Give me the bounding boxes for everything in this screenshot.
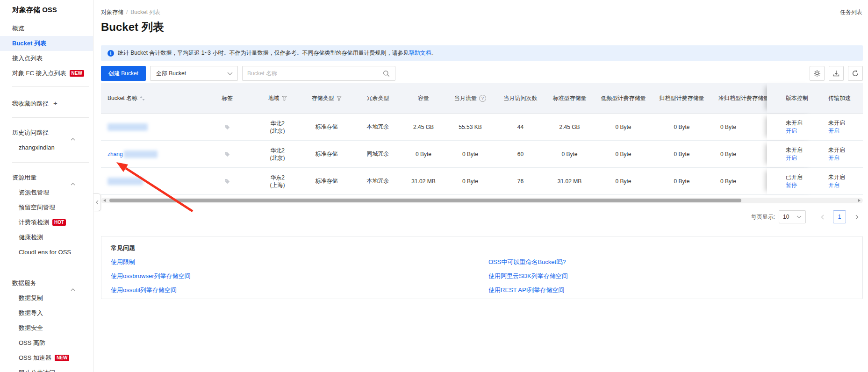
region-city: (北京) [270,127,285,135]
bucket-name-censored[interactable] [108,178,143,185]
sidebar-item-bucket-list[interactable]: Bucket 列表 [0,36,93,51]
sidebar-group-data-services[interactable]: 数据服务 [0,276,93,291]
column-settings-button[interactable] [810,66,825,81]
column-label: Bucket 名称 [108,94,137,102]
task-list-link[interactable]: 任务列表 [840,8,862,16]
prev-page-button[interactable] [816,211,828,223]
scroll-left-arrow-icon[interactable] [103,199,106,202]
bucket-name-censored[interactable] [108,123,148,131]
accel-action-link[interactable]: 开启 [828,127,839,135]
tag-cell [199,141,255,167]
region-name: 华东2 [270,174,285,181]
bucket-filter-select[interactable]: 全部 Bucket [150,66,238,81]
sidebar-item-block-public-access[interactable]: 阻止公共访问 [0,365,93,372]
versioning-action-link[interactable]: 开启 [786,127,797,135]
horizontal-scrollbar[interactable] [101,198,863,203]
sort-icon[interactable] [140,96,145,101]
per-page-label: 每页显示: [751,213,775,221]
cold-archive-storage-cell: 0 Byte [711,141,767,167]
per-page-select[interactable]: 10 [779,210,806,223]
hot-badge: HOT [52,219,66,226]
sidebar-item-history-bucket[interactable]: zhangxindian [0,140,93,155]
bucket-name-censored[interactable] [124,150,158,158]
accel-action-link[interactable]: 开启 [828,154,839,162]
faq-link[interactable]: OSS中可以重命名Bucket吗? [488,258,853,266]
sidebar-item-access-points[interactable]: 接入点列表 [0,51,93,66]
versioning-action-link[interactable]: 暂停 [786,181,797,189]
tag-icon[interactable] [224,178,230,185]
sidebar-group-history-paths[interactable]: 历史访问路径 [0,125,93,140]
refresh-icon [852,70,859,77]
help-icon[interactable]: ? [479,95,486,102]
product-title: 对象存储 OSS [12,6,93,14]
filter-icon[interactable] [282,96,287,101]
download-icon [832,70,840,77]
page-nav: 1 [816,210,863,223]
versioning-status: 未开启 [786,119,803,127]
column-label: 低频型计费存储量 [601,94,646,102]
sidebar-item-oss-antiddos[interactable]: OSS 高防 [0,336,93,351]
tag-icon[interactable] [224,151,230,157]
faq-link[interactable]: 使用ossbrowser列举存储空间 [111,272,488,280]
next-page-button[interactable] [851,211,863,223]
storage-class-cell: 标准存储 [300,168,353,194]
tag-cell [199,114,255,140]
accel-action-link[interactable]: 开启 [828,181,839,189]
sidebar: 对象存储 OSS 概览 Bucket 列表 接入点列表 对象 FC 接入点列表N… [0,0,93,372]
table-row: 华北2 (北京) 标准存储 本地冗余 2.45 GB 55.53 KB 44 2… [101,114,863,141]
bucket-search-input[interactable] [243,70,377,77]
scroll-right-arrow-icon[interactable] [858,199,861,202]
sidebar-item-oss-accelerator[interactable]: OSS 加速器NEW [0,351,93,365]
cold-archive-storage-cell: 0 Byte [711,168,767,194]
page-number[interactable]: 1 [833,210,846,223]
faq-link[interactable]: 使用阿里云SDK列举存储空间 [488,272,853,280]
export-button[interactable] [829,66,844,81]
col-bucket-name: Bucket 名称 [101,83,199,113]
breadcrumb-root[interactable]: 对象存储 [101,9,123,15]
redundancy-cell: 同城冗余 [353,141,402,167]
versioning-action-link[interactable]: 开启 [786,154,797,162]
sidebar-item-data-import[interactable]: 数据导入 [0,306,93,321]
faq-link[interactable]: 使用ossutil列举存储空间 [111,286,488,294]
column-label: 地域 [268,94,280,102]
sidebar-item-data-security[interactable]: 数据安全 [0,321,93,336]
refresh-button[interactable] [848,66,863,81]
create-bucket-button[interactable]: 创建 Bucket [101,66,146,81]
sidebar-item-overview[interactable]: 概览 [0,21,93,36]
faq-link[interactable]: 使用限制 [111,258,488,266]
scrollbar-thumb[interactable] [109,199,741,202]
help-doc-link[interactable]: 帮助文档 [409,49,431,57]
col-monthly-traffic: 当月流量 ? [445,83,496,113]
sidebar-item-health-check[interactable]: 健康检测 [0,230,93,245]
faq-link[interactable]: 使用REST API列举存储空间 [488,286,853,294]
plus-icon[interactable]: + [53,99,57,107]
col-tags: 标签 [199,83,255,113]
col-capacity: 容量 [402,83,445,113]
bucket-search [242,66,395,81]
ia-storage-cell: 0 Byte [594,114,653,140]
bucket-name-link[interactable]: zhang [108,151,123,157]
chevron-right-icon [855,215,859,220]
sidebar-item-fc-access-points[interactable]: 对象 FC 接入点列表NEW [0,66,93,81]
sidebar-item-favorite-paths[interactable]: 我收藏的路径+ [0,96,93,111]
region-city: (上海) [270,181,285,189]
search-button[interactable] [377,66,395,80]
column-label: 当月访问次数 [504,94,538,102]
region-name: 华北2 [270,147,285,154]
column-label: 冗余类型 [367,94,389,102]
ia-storage-cell: 0 Byte [594,141,653,167]
sidebar-item-reserved-capacity[interactable]: 预留空间管理 [0,200,93,215]
sidebar-item-cloudlens[interactable]: CloudLens for OSS [0,245,93,260]
chevron-down-icon [227,72,233,75]
sidebar-item-billing-check[interactable]: 计费项检测HOT [0,215,93,230]
search-icon [383,70,390,77]
tag-icon[interactable] [224,124,230,130]
breadcrumb-separator: / [126,9,128,15]
sidebar-item-resource-packages[interactable]: 资源包管理 [0,185,93,200]
visits-cell: 44 [496,114,545,140]
column-label: 标签 [222,94,233,102]
sidebar-item-data-replication[interactable]: 数据复制 [0,291,93,306]
col-versioning: 版本控制 [767,83,816,113]
sidebar-group-resource-usage[interactable]: 资源用量 [0,170,93,185]
filter-icon[interactable] [337,96,342,101]
